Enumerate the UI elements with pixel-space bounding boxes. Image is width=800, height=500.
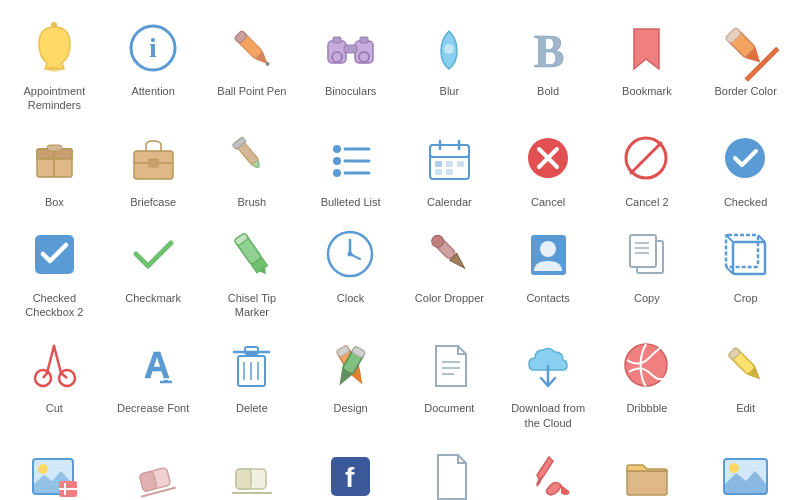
icon-cell-file[interactable]: File xyxy=(400,438,499,500)
appointment-reminders-icon xyxy=(24,18,84,78)
copy-icon xyxy=(617,225,677,285)
icon-cell-edit-image[interactable]: Edit Image xyxy=(5,438,104,500)
icon-cell-box[interactable]: Box xyxy=(5,121,104,217)
svg-rect-11 xyxy=(344,45,357,53)
svg-line-78 xyxy=(47,346,54,373)
box-label: Box xyxy=(45,195,64,209)
icon-cell-fill-color[interactable]: Fill Color xyxy=(499,438,598,500)
blur-icon xyxy=(419,18,479,78)
icon-cell-cut[interactable]: Cut xyxy=(5,327,104,438)
icon-cell-dribbble[interactable]: Dribbble xyxy=(598,327,697,438)
icon-cell-eraser[interactable]: Eraser xyxy=(203,438,302,500)
calendar-label: Calendar xyxy=(427,195,472,209)
icon-cell-ball-point-pen[interactable]: Ball Point Pen xyxy=(203,10,302,121)
icon-cell-folder[interactable]: Folder xyxy=(598,438,697,500)
svg-rect-67 xyxy=(630,235,656,267)
bookmark-icon xyxy=(617,18,677,78)
edit-icon xyxy=(716,335,776,395)
binoculars-icon xyxy=(321,18,381,78)
svg-text:-: - xyxy=(163,370,169,390)
icon-cell-border-color[interactable]: Border Color xyxy=(696,10,795,121)
delete-label: Delete xyxy=(236,401,268,415)
icon-cell-attention[interactable]: i Attention xyxy=(104,10,203,121)
icon-cell-download-cloud[interactable]: Download from the Cloud xyxy=(499,327,598,438)
checkmark-label: Checkmark xyxy=(125,291,181,305)
eraser-icon xyxy=(222,446,282,500)
icon-cell-facebook[interactable]: f Facebook xyxy=(301,438,400,500)
icon-cell-color-dropper[interactable]: Color Dropper xyxy=(400,217,499,328)
icon-cell-brush[interactable]: Brush xyxy=(203,121,302,217)
clock-icon xyxy=(321,225,381,285)
calendar-icon xyxy=(419,129,479,189)
clock-label: Clock xyxy=(337,291,365,305)
icon-cell-decrease-font[interactable]: A - Decrease Font xyxy=(104,327,203,438)
icon-cell-copy[interactable]: Copy xyxy=(598,217,697,328)
svg-text:B: B xyxy=(533,26,564,77)
fill-color-icon xyxy=(518,446,578,500)
svg-rect-114 xyxy=(236,469,251,489)
icon-cell-delete[interactable]: Delete xyxy=(203,327,302,438)
icon-grid: Appointment Reminders i Attention Ball P… xyxy=(0,0,800,500)
dribbble-icon xyxy=(617,335,677,395)
icon-cell-crop[interactable]: Crop xyxy=(696,217,795,328)
icon-cell-appointment-reminders[interactable]: Appointment Reminders xyxy=(5,10,104,121)
icon-cell-cancel[interactable]: Cancel xyxy=(499,121,598,217)
icon-cell-clock[interactable]: Clock xyxy=(301,217,400,328)
svg-rect-25 xyxy=(47,145,62,151)
document-label: Document xyxy=(424,401,474,415)
icon-cell-design[interactable]: Design xyxy=(301,327,400,438)
icon-cell-blur[interactable]: Blur xyxy=(400,10,499,121)
color-dropper-icon xyxy=(419,225,479,285)
bookmark-label: Bookmark xyxy=(622,84,672,98)
icon-cell-document[interactable]: Document xyxy=(400,327,499,438)
icon-cell-checkmark[interactable]: Checkmark xyxy=(104,217,203,328)
edit-image-icon xyxy=(24,446,84,500)
erase-icon xyxy=(123,446,183,500)
icon-cell-checked[interactable]: Checked xyxy=(696,121,795,217)
document-icon xyxy=(419,335,479,395)
decrease-font-icon: A - xyxy=(123,335,183,395)
checked-label: Checked xyxy=(724,195,767,209)
blur-label: Blur xyxy=(440,84,460,98)
icon-cell-bulleted-list[interactable]: Bulleted List xyxy=(301,121,400,217)
briefcase-icon xyxy=(123,129,183,189)
cancel-2-label: Cancel 2 xyxy=(625,195,668,209)
bold-icon: B xyxy=(518,18,578,78)
dribbble-label: Dribbble xyxy=(626,401,667,415)
icon-cell-cancel-2[interactable]: Cancel 2 xyxy=(598,121,697,217)
icon-cell-erase[interactable]: Erase xyxy=(104,438,203,500)
icon-cell-edit[interactable]: Edit xyxy=(696,327,795,438)
crop-icon xyxy=(716,225,776,285)
box-icon xyxy=(24,129,84,189)
icon-cell-bookmark[interactable]: Bookmark xyxy=(598,10,697,121)
svg-line-79 xyxy=(54,346,61,373)
svg-rect-44 xyxy=(457,161,464,167)
bulleted-list-label: Bulleted List xyxy=(321,195,381,209)
icon-cell-full-image[interactable]: Full Image xyxy=(696,438,795,500)
brush-label: Brush xyxy=(238,195,267,209)
svg-point-119 xyxy=(729,463,739,473)
svg-text:f: f xyxy=(345,462,355,493)
icon-cell-calendar[interactable]: Calendar xyxy=(400,121,499,217)
ball-point-pen-label: Ball Point Pen xyxy=(217,84,286,98)
appointment-reminders-label: Appointment Reminders xyxy=(12,84,97,113)
svg-rect-14 xyxy=(333,37,341,43)
contacts-label: Contacts xyxy=(526,291,569,305)
attention-icon: i xyxy=(123,18,183,78)
cancel-2-icon xyxy=(617,129,677,189)
svg-text:i: i xyxy=(149,32,157,63)
checkmark-icon xyxy=(123,225,183,285)
icon-cell-checked-checkbox-2[interactable]: Checked Checkbox 2 xyxy=(5,217,104,328)
svg-point-31 xyxy=(333,145,341,153)
chisel-tip-marker-icon xyxy=(222,225,282,285)
svg-line-51 xyxy=(631,143,661,173)
icon-cell-binoculars[interactable]: Binoculars xyxy=(301,10,400,121)
checked-checkbox-2-label: Checked Checkbox 2 xyxy=(12,291,97,320)
icon-cell-bold[interactable]: B Bold xyxy=(499,10,598,121)
svg-rect-43 xyxy=(446,161,453,167)
icon-cell-contacts[interactable]: Contacts xyxy=(499,217,598,328)
icon-cell-briefcase[interactable]: Briefcase xyxy=(104,121,203,217)
attention-label: Attention xyxy=(131,84,174,98)
full-image-icon xyxy=(716,446,776,500)
icon-cell-chisel-tip-marker[interactable]: Chisel Tip Marker xyxy=(203,217,302,328)
